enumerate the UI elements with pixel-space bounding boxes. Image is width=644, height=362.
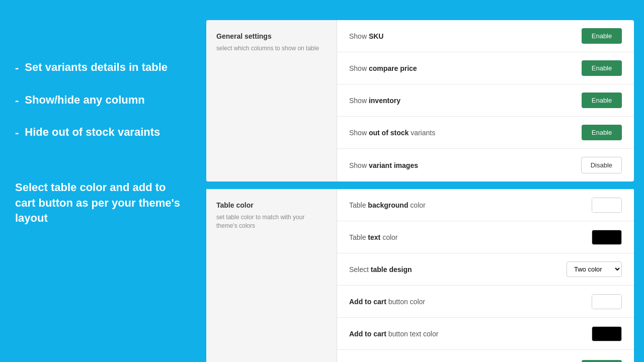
- variant-images-row: Show variant images Disable: [337, 149, 634, 182]
- feature-item-1: - Set variants details in table: [15, 60, 181, 75]
- feature-text-2: Show/hide any column: [25, 93, 144, 108]
- feature-text-1: Set variants details in table: [25, 60, 168, 75]
- general-settings-content: Show SKU Enable Show compare price Enabl…: [337, 20, 634, 182]
- inventory-row: Show inventory Enable: [337, 84, 634, 117]
- general-settings-sidebar: General settings select which columns to…: [206, 20, 337, 182]
- add-to-cart-text-color-input[interactable]: [592, 326, 622, 341]
- out-of-stock-label-bold: out of stock: [369, 129, 409, 137]
- add-to-cart-color-row: Add to cart button color: [337, 286, 634, 318]
- out-of-stock-label: Show out of stock variants: [349, 129, 435, 137]
- text-color-row: Table text color: [337, 221, 634, 253]
- add-to-cart-color-swatch: [592, 295, 621, 309]
- table-design-row: Select table design Two color Single col…: [337, 253, 634, 286]
- table-color-content: Table background color Table text color: [337, 189, 634, 362]
- general-settings-title: General settings: [216, 32, 327, 40]
- compare-price-row: Show compare price Enable: [337, 52, 634, 84]
- background-color-swatch: [592, 198, 621, 212]
- general-settings-desc: select which columns to show on table: [216, 44, 327, 53]
- compare-price-label-bold: compare price: [369, 64, 417, 72]
- table-color-sidebar: Table color set table color to match wit…: [206, 189, 337, 362]
- background-color-input[interactable]: [592, 198, 622, 213]
- text-color-swatch: [592, 230, 621, 244]
- sku-enable-button[interactable]: Enable: [582, 28, 622, 44]
- variant-images-label-bold: variant images: [369, 161, 418, 169]
- dash-icon: -: [15, 94, 19, 107]
- add-to-cart-color-label-bold: Add to cart: [349, 298, 386, 306]
- feature-list: - Set variants details in table - Show/h…: [15, 60, 181, 140]
- inventory-enable-button[interactable]: Enable: [582, 93, 622, 108]
- save-button[interactable]: Save: [582, 360, 622, 362]
- dash-icon: -: [15, 126, 19, 139]
- inventory-label-bold: inventory: [369, 97, 400, 105]
- table-design-select[interactable]: Two color Single color Striped: [567, 261, 622, 277]
- sku-label-bold: SKU: [369, 32, 384, 40]
- dash-icon: -: [15, 61, 19, 74]
- feature-item-2: - Show/hide any column: [15, 93, 181, 108]
- table-color-desc: set table color to match with your theme…: [216, 213, 327, 230]
- add-to-cart-text-color-swatch: [592, 327, 621, 341]
- feature-item-3: - Hide out of stock varaints: [15, 125, 181, 140]
- table-design-label-bold: table design: [371, 265, 412, 274]
- background-color-label-bold: background: [368, 201, 408, 209]
- variant-images-disable-button[interactable]: Disable: [581, 157, 622, 173]
- text-color-label: Table text color: [349, 233, 398, 241]
- right-panel: General settings select which columns to…: [196, 0, 644, 362]
- text-color-input[interactable]: [592, 230, 622, 245]
- variant-images-label: Show variant images: [349, 161, 418, 169]
- out-of-stock-enable-button[interactable]: Enable: [582, 125, 622, 140]
- save-row: Save: [337, 350, 634, 362]
- table-color-title: Table color: [216, 201, 327, 209]
- bottom-text: Select table color and add to cart butto…: [15, 180, 181, 226]
- table-design-label: Select table design: [349, 265, 412, 274]
- table-color-card: Table color set table color to match wit…: [206, 188, 634, 362]
- background-color-row: Table background color: [337, 189, 634, 221]
- add-to-cart-text-color-label: Add to cart button text color: [349, 330, 438, 338]
- feature-text-3: Hide out of stock varaints: [25, 125, 160, 140]
- background-color-label: Table background color: [349, 201, 426, 209]
- text-color-label-bold: text: [368, 233, 380, 241]
- compare-price-enable-button[interactable]: Enable: [582, 60, 622, 76]
- add-to-cart-text-color-row: Add to cart button text color: [337, 318, 634, 350]
- sku-label: Show SKU: [349, 32, 383, 40]
- compare-price-label: Show compare price: [349, 64, 417, 72]
- add-to-cart-text-color-label-bold: Add to cart: [349, 330, 386, 338]
- out-of-stock-row: Show out of stock variants Enable: [337, 117, 634, 149]
- sku-row: Show SKU Enable: [337, 20, 634, 52]
- general-settings-card: General settings select which columns to…: [206, 20, 634, 182]
- inventory-label: Show inventory: [349, 97, 400, 105]
- table-color-inner: Table color set table color to match wit…: [206, 189, 634, 362]
- left-panel: - Set variants details in table - Show/h…: [0, 0, 196, 246]
- general-settings-inner: General settings select which columns to…: [206, 20, 634, 182]
- add-to-cart-color-label: Add to cart button color: [349, 298, 425, 306]
- add-to-cart-color-input[interactable]: [592, 294, 622, 309]
